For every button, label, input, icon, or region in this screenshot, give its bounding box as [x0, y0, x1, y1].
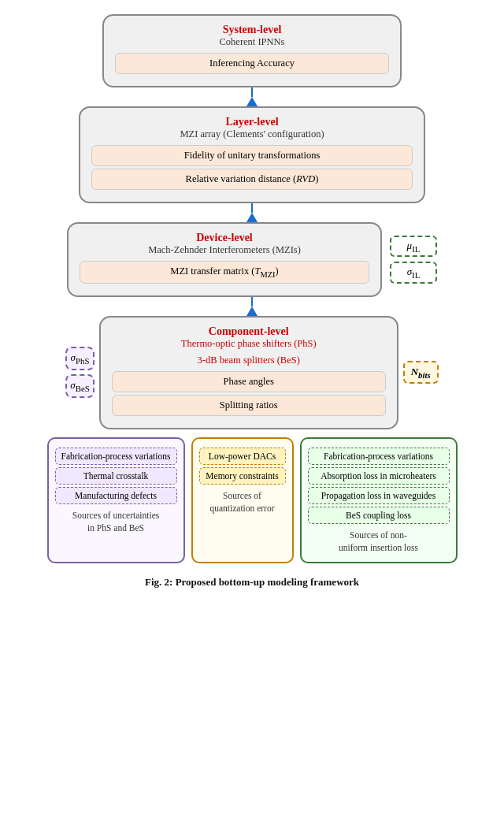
green-source-box: Fabrication-process variations Absorptio…: [300, 437, 458, 563]
system-subtitle: Coherent IPNNs: [115, 36, 389, 48]
layer-subtitle: MZI array (Clements' configuration): [91, 128, 413, 140]
green-item-4: BeS coupling loss: [308, 507, 450, 524]
green-item-1: Fabrication-process variations: [308, 448, 450, 465]
green-source-label: Sources of non-uniform insertion loss: [308, 529, 450, 554]
layer-title: Layer-level: [91, 116, 413, 128]
device-inner-sub: MZI: [260, 270, 275, 279]
purple-item-2: Thermal crosstalk: [55, 467, 177, 485]
system-title: System-level: [115, 24, 389, 36]
component-section: σPhS σBeS Component-level Thermo-optic p…: [16, 316, 488, 429]
device-section: Device-level Mach-Zehnder Interferometer…: [16, 222, 488, 297]
purple-item-1: Fabrication-process variations: [55, 448, 177, 465]
device-inner: MZI transfer matrix (TMZI): [80, 261, 369, 284]
diagram: System-level Coherent IPNNs Inferencing …: [16, 14, 488, 589]
sources-section: Fabrication-process variations Thermal c…: [16, 437, 488, 563]
gold-item-2: Memory constraints: [199, 467, 286, 485]
figure-caption: Fig. 2: Proposed bottom-up modeling fram…: [145, 576, 359, 589]
component-title: Component-level: [112, 325, 386, 338]
rvd-label: RVD: [296, 173, 315, 184]
arrow-system-to-layer: [246, 87, 258, 106]
sigma-il-box: σIL: [390, 262, 437, 284]
sigma-sub: IL: [412, 270, 420, 280]
purple-source-box: Fabrication-process variations Thermal c…: [47, 437, 185, 563]
component-inner1: Phase angles: [112, 371, 386, 392]
mu-il-box: μIL: [390, 236, 437, 258]
mu-sub: IL: [412, 243, 420, 253]
device-subtitle: Mach-Zehnder Interferometers (MZIs): [80, 244, 369, 256]
sigma-phs-box: σPhS: [65, 347, 94, 370]
sigma-bes-box: σBeS: [65, 374, 94, 398]
device-title: Device-level: [80, 232, 369, 244]
arrow-layer-to-device: [246, 203, 258, 222]
nbits-sub: bits: [418, 370, 431, 379]
caption-bold: Fig. 2:: [145, 576, 172, 588]
arrow-device-to-component: [246, 297, 258, 316]
caption-text: Proposed bottom-up modeling framework: [176, 576, 359, 588]
component-inner2: Splitting ratios: [112, 395, 386, 416]
layer-level-box: Layer-level MZI array (Clements' configu…: [79, 106, 425, 203]
system-level-box: System-level Coherent IPNNs Inferencing …: [102, 14, 402, 87]
device-side-boxes: μIL σIL: [390, 236, 437, 284]
component-subtitle1: Thermo-optic phase shifters (PhS): [112, 338, 386, 350]
gold-item-1: Low-power DACs: [199, 448, 286, 465]
layer-inner1: Fidelity of unitary transformations: [91, 145, 413, 166]
green-item-3: Propagation loss in waveguides: [308, 487, 450, 504]
system-inner: Inferencing Accuracy: [115, 53, 389, 74]
component-subtitle2: 3-dB beam splitters (BeS): [112, 355, 386, 366]
device-level-box: Device-level Mach-Zehnder Interferometer…: [67, 222, 382, 297]
sigma-column: σPhS σBeS: [65, 316, 94, 429]
nbits-column: Nbits: [403, 316, 439, 429]
gold-source-label: Sources ofquantization error: [199, 489, 286, 515]
green-item-2: Absorption loss in microheaters: [308, 467, 450, 485]
purple-item-3: Manufacturing defects: [55, 487, 177, 504]
sigma-phs-sub: PhS: [76, 356, 89, 366]
component-level-box: Component-level Thermo-optic phase shift…: [99, 316, 398, 429]
purple-source-label: Sources of uncertaintiesin PhS and BeS: [55, 509, 177, 534]
gold-source-box: Low-power DACs Memory constraints Source…: [191, 437, 294, 563]
nbits-box: Nbits: [403, 361, 439, 384]
sigma-bes-sub: BeS: [76, 384, 90, 393]
layer-inner2: Relative variation distance (RVD): [91, 169, 413, 190]
